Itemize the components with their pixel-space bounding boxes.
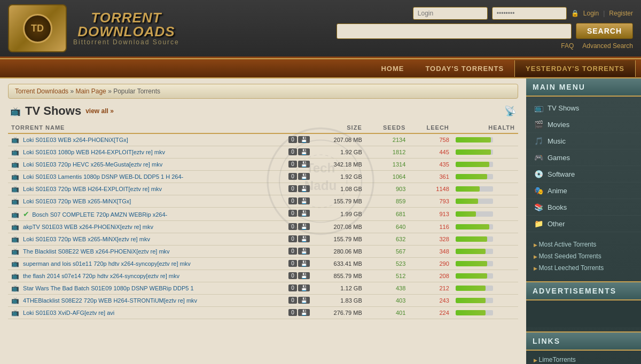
col-size: SIZE (313, 122, 365, 133)
magnet-button[interactable]: 💾 (298, 235, 310, 242)
download-button[interactable]: 0 (288, 297, 297, 304)
torrent-seeds: 438 (365, 282, 409, 295)
magnet-button[interactable]: 💾 (298, 210, 310, 217)
download-button[interactable]: 0 (288, 235, 297, 242)
sidebar-item-other[interactable]: 📁 Other (526, 216, 641, 232)
torrent-link[interactable]: Loki S01E03 XviD-AFG[eztv re] avi (23, 310, 114, 316)
sidebar-item-software[interactable]: 💿 Software (526, 166, 641, 183)
torrent-link[interactable]: Bosch S07 COMPLETE 720p AMZN WEBRip x264… (32, 211, 167, 218)
health-bar-container (456, 137, 493, 143)
download-button[interactable]: 0 (288, 272, 297, 279)
quick-link-most-leeched-torrents[interactable]: Most Leeched Torrents (534, 262, 634, 274)
breadcrumb-link-main[interactable]: Main Page (75, 88, 106, 95)
sidebar-item-anime[interactable]: 🎭 Anime (526, 183, 641, 199)
download-button[interactable]: 0 (288, 173, 297, 180)
torrent-link[interactable]: Loki S01E03 720p HEVC x265-MeGusta[eztv … (23, 161, 162, 168)
download-button[interactable]: 0 (288, 284, 297, 291)
torrent-leech: 348 (409, 246, 452, 258)
torrent-table: TORRENT NAME SIZE SEEDS LEECH HEALTH 📺 0… (8, 122, 518, 319)
health-bar-container (456, 298, 493, 303)
table-row: 📺 0 💾 Loki S01E03 Lamentis 1080p DSNP WE… (8, 171, 518, 183)
magnet-button[interactable]: 💾 (298, 272, 310, 279)
login-link[interactable]: Login (583, 10, 599, 17)
quick-link-most-active-torrents[interactable]: Most Active Torrents (534, 239, 634, 250)
table-row: 📺 0 💾 Loki S01E03 720p WEB H264-EXPLOIT[… (8, 183, 518, 195)
sidebar-links: LimeTorrentsTorrent DownloadHow To Torre… (526, 351, 641, 364)
download-button[interactable]: 0 (288, 136, 297, 143)
torrent-link[interactable]: the flash 2014 s07e14 720p hdtv x264-syn… (23, 273, 179, 279)
torrent-link[interactable]: Loki S01E03 720p WEB x265-MiNX[TGx] (23, 198, 131, 204)
torrent-link[interactable]: Star Wars The Bad Batch S01E09 1080p DSN… (23, 285, 194, 291)
torrent-link[interactable]: Loki S01E03 WEB x264-PHOENiX[TGx] (23, 137, 128, 143)
torrent-link[interactable]: The Blacklist S08E22 WEB x264-PHOENiX[ez… (23, 248, 169, 255)
torrent-link[interactable]: Loki S01E03 1080p WEB H264-EXPLOIT[eztv … (23, 149, 165, 155)
torrent-health (452, 295, 518, 307)
magnet-button[interactable]: 💾 (298, 173, 310, 180)
download-button[interactable]: 0 (288, 210, 297, 217)
faq-link[interactable]: FAQ (561, 42, 574, 50)
magnet-button[interactable]: 💾 (298, 248, 310, 255)
nav-todays-torrents[interactable]: TODAY'S TORRENTS (415, 60, 514, 77)
nav-yesterdays-torrents[interactable]: YESTERDAY'S TORRENTS (514, 60, 636, 77)
magnet-button[interactable]: 💾 (298, 223, 310, 230)
sidebar-item-music[interactable]: 🎵 Music (526, 133, 641, 149)
torrent-name-cell: 📺 0 💾 Loki S01E03 720p WEB x265-MiNX[ezt… (8, 233, 313, 246)
magnet-button[interactable]: 💾 (298, 185, 310, 192)
download-button[interactable]: 0 (288, 161, 297, 168)
sidebar-item-books[interactable]: 📚 Books (526, 199, 641, 216)
link-limetorrents[interactable]: LimeTorrents (534, 354, 634, 364)
sidebar-item-movies[interactable]: 🎬 Movies (526, 116, 641, 133)
torrent-icon: 📺 (11, 248, 19, 255)
torrent-link[interactable]: Loki S01E03 720p WEB H264-EXPLOIT[eztv r… (23, 186, 162, 192)
register-link[interactable]: Register (609, 10, 633, 17)
torrent-link[interactable]: Loki S01E03 720p WEB x265-MiNX[eztv re] … (23, 236, 150, 242)
download-button[interactable]: 0 (288, 248, 297, 255)
header-right: 🔒 Login | Register SEARCH FAQ Advanced S… (337, 7, 633, 50)
nav-home[interactable]: HOME (370, 60, 415, 77)
download-button[interactable]: 0 (288, 185, 297, 192)
breadcrumb-link-home[interactable]: Torrent Downloads (15, 88, 68, 95)
magnet-button[interactable]: 💾 (298, 297, 310, 304)
table-row: 📺 0 💾 akpTV S01E03 WEB x264-PHOENiX[eztv… (8, 221, 518, 233)
health-bar-container (456, 211, 493, 217)
table-body: 📺 0 💾 Loki S01E03 WEB x264-PHOENiX[TGx] … (8, 133, 518, 319)
torrent-link[interactable]: 4THEBlacklist S08E22 720p WEB H264-STRON… (23, 297, 197, 304)
action-buttons: 0 💾 (288, 136, 310, 143)
magnet-button[interactable]: 💾 (298, 161, 310, 168)
search-button[interactable]: SEARCH (576, 23, 633, 39)
download-button[interactable]: 0 (288, 148, 297, 155)
health-bar (456, 224, 489, 230)
quick-link-most-seeded-torrents[interactable]: Most Seeded Torrents (534, 250, 634, 262)
download-button[interactable]: 0 (288, 197, 297, 204)
torrent-link[interactable]: Loki S01E03 Lamentis 1080p DSNP WEB-DL D… (23, 173, 183, 180)
health-bar-container (456, 174, 493, 179)
torrent-health (452, 221, 518, 233)
torrent-health (452, 208, 518, 221)
magnet-button[interactable]: 💾 (298, 136, 310, 143)
torrent-leech: 913 (409, 208, 452, 221)
torrent-name-cell: 📺 0 💾 Star Wars The Bad Batch S01E09 108… (8, 282, 313, 295)
magnet-button[interactable]: 💾 (298, 148, 310, 155)
login-input[interactable] (413, 7, 488, 20)
torrent-link[interactable]: superman and lois s01e11 720p hdtv x264-… (23, 260, 191, 267)
torrent-link[interactable]: akpTV S01E03 WEB x264-PHOENiX[eztv re] m… (23, 224, 153, 230)
sidebar-item-tv-shows[interactable]: 📺 TV Shows (526, 100, 641, 116)
sidebar-icon: 📁 (534, 219, 543, 228)
magnet-button[interactable]: 💾 (298, 260, 310, 267)
magnet-button[interactable]: 💾 (298, 197, 310, 204)
rss-icon[interactable]: 📡 (504, 105, 516, 117)
download-button[interactable]: 0 (288, 309, 297, 316)
navbar: HOME TODAY'S TORRENTS YESTERDAY'S TORREN… (0, 58, 641, 78)
download-button[interactable]: 0 (288, 260, 297, 267)
magnet-button[interactable]: 💾 (298, 284, 310, 291)
torrent-leech: 208 (409, 270, 452, 282)
advanced-search-link[interactable]: Advanced Search (582, 42, 633, 50)
sidebar-item-games[interactable]: 🎮 Games (526, 149, 641, 166)
magnet-button[interactable]: 💾 (298, 309, 310, 316)
password-input[interactable] (492, 7, 567, 20)
download-button[interactable]: 0 (288, 223, 297, 230)
view-all-link[interactable]: view all » (85, 107, 114, 115)
search-input[interactable] (337, 23, 572, 39)
sidebar-quick-links: Most Active TorrentsMost Seeded Torrents… (526, 235, 641, 277)
torrent-icon: 📺 (11, 148, 19, 156)
